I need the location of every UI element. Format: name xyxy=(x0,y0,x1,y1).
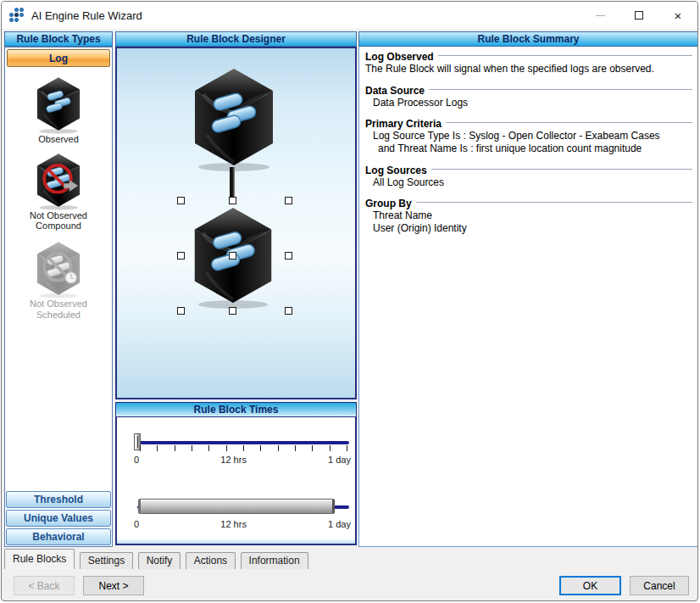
threshold-category-button[interactable]: Threshold xyxy=(6,491,111,508)
not-observed-scheduled-icon xyxy=(31,238,86,299)
not-observed-compound-icon xyxy=(31,150,86,210)
summary-section-group-by: Group By Threat Name User (Origin) Ident… xyxy=(365,198,692,234)
selection-handle-center[interactable] xyxy=(229,252,236,260)
unique-values-category-button[interactable]: Unique Values xyxy=(6,510,111,527)
rule-block-types-body: Log Observed Not Observed Compound xyxy=(4,47,113,547)
back-button: < Back xyxy=(14,576,75,595)
summary-line: All Log Sources xyxy=(365,176,692,189)
summary-section-title: Log Observed xyxy=(365,51,692,63)
bottom-button-bar: < Back Next > OK Cancel xyxy=(2,570,697,601)
tab-rule-blocks[interactable]: Rule Blocks xyxy=(4,549,75,569)
rule-block-summary-panel: Rule Block Summary Log Observed The Rule… xyxy=(358,31,698,547)
slider1-ticks xyxy=(140,445,347,451)
not-observed-scheduled-line1: Not Observed xyxy=(5,299,112,310)
summary-section-title: Data Source xyxy=(365,85,692,97)
not-observed-compound-line2: Compound xyxy=(5,221,112,232)
rule-block-types-panel: Rule Block Types Log Observed Not Observ… xyxy=(4,31,113,547)
rule-block-summary-header: Rule Block Summary xyxy=(358,31,698,47)
selection-handle-ne[interactable] xyxy=(285,197,292,204)
maximize-button[interactable] xyxy=(619,2,658,29)
tab-notify[interactable]: Notify xyxy=(138,552,181,569)
tab-settings[interactable]: Settings xyxy=(80,552,133,569)
summary-line: and Threat Name Is : first unique locati… xyxy=(365,142,692,155)
selection-handle-nw[interactable] xyxy=(177,197,185,204)
ai-engine-app-icon xyxy=(9,8,25,23)
slider2-labels: 0 12 hrs 1 day xyxy=(134,519,351,529)
designer-canvas[interactable] xyxy=(115,47,357,399)
rule-type-observed-label: Observed xyxy=(5,134,112,145)
selection-handle-e[interactable] xyxy=(285,252,292,260)
maximize-icon xyxy=(635,11,643,20)
summary-section-title: Log Sources xyxy=(365,165,692,176)
rule-block-types-header: Rule Block Types xyxy=(4,31,113,47)
tab-information[interactable]: Information xyxy=(241,552,308,569)
selection-handle-s[interactable] xyxy=(229,307,236,315)
summary-line: User (Origin) Identity xyxy=(365,222,692,235)
summary-line: The Rule Block will signal when the spec… xyxy=(365,63,692,75)
minimize-icon xyxy=(596,15,605,16)
slider2-label-0: 0 xyxy=(134,519,139,529)
wizard-tabstrip: Rule Blocks Settings Notify Actions Info… xyxy=(2,548,697,570)
ok-button[interactable]: OK xyxy=(559,576,621,595)
selection-handle-se[interactable] xyxy=(285,307,292,315)
summary-line: Data Processor Logs xyxy=(365,97,692,109)
selection-handle-n[interactable] xyxy=(229,197,236,204)
summary-line: Log Source Type Is : Syslog - Open Colle… xyxy=(365,130,692,142)
summary-section-title: Primary Criteria xyxy=(365,118,692,130)
summary-section-log-observed: Log Observed The Rule Block will signal … xyxy=(365,51,692,75)
slider2-label-1day: 1 day xyxy=(328,519,351,529)
slider1-labels: 0 12 hrs 1 day xyxy=(134,455,351,465)
rule-type-observed[interactable]: Observed xyxy=(5,74,112,145)
rule-block-times-header: Rule Block Times xyxy=(115,402,357,417)
selection-handle-w[interactable] xyxy=(177,252,185,260)
time-slider-track[interactable] xyxy=(137,441,349,444)
dialog-content: Rule Block Types Log Observed Not Observ… xyxy=(2,29,697,548)
log-category-button[interactable]: Log xyxy=(7,49,110,67)
not-observed-compound-line1: Not Observed xyxy=(5,210,112,221)
rule-block-designer-panel: Rule Block Designer R xyxy=(115,31,357,547)
rule-block-times-body: 0 12 hrs 1 day 0 12 hrs 1 day xyxy=(115,417,357,545)
summary-section-log-sources: Log Sources All Log Sources xyxy=(365,165,692,189)
not-observed-scheduled-line2: Scheduled xyxy=(5,310,112,321)
rule-type-not-observed-scheduled: Not Observed Scheduled xyxy=(5,238,112,320)
rule-block-node-top[interactable] xyxy=(183,62,285,176)
rule-type-not-observed-compound[interactable]: Not Observed Compound xyxy=(5,150,112,232)
behavioral-category-button[interactable]: Behavioral xyxy=(6,528,111,545)
slider2-label-12hrs: 12 hrs xyxy=(220,519,247,529)
rule-block-designer-header: Rule Block Designer xyxy=(115,31,357,47)
close-button[interactable]: × xyxy=(658,2,697,29)
minimize-button[interactable] xyxy=(581,2,619,29)
close-icon: × xyxy=(675,9,682,22)
observed-cube-icon xyxy=(31,74,86,134)
cancel-button[interactable]: Cancel xyxy=(630,576,689,595)
slider1-label-0: 0 xyxy=(134,455,139,465)
summary-section-title: Group By xyxy=(365,198,692,209)
range-slider-bar[interactable] xyxy=(138,499,335,514)
ai-engine-rule-wizard-window: AI Engine Rule Wizard × Rule Block Types… xyxy=(1,1,698,601)
titlebar: AI Engine Rule Wizard × xyxy=(2,2,697,29)
rule-block-summary-body: Log Observed The Rule Block will signal … xyxy=(358,47,698,547)
window-title: AI Engine Rule Wizard xyxy=(31,9,142,22)
selection-handle-sw[interactable] xyxy=(177,307,185,315)
summary-section-primary-criteria: Primary Criteria Log Source Type Is : Sy… xyxy=(365,118,692,154)
rule-block-cube-icon xyxy=(183,62,285,172)
slider1-label-1day: 1 day xyxy=(328,455,351,465)
next-button[interactable]: Next > xyxy=(83,576,144,595)
summary-line: Threat Name xyxy=(365,209,692,222)
summary-section-data-source: Data Source Data Processor Logs xyxy=(365,85,692,109)
slider1-label-12hrs: 12 hrs xyxy=(220,455,247,465)
tab-actions[interactable]: Actions xyxy=(186,552,236,569)
category-button-stack: Threshold Unique Values Behavioral xyxy=(6,489,111,545)
